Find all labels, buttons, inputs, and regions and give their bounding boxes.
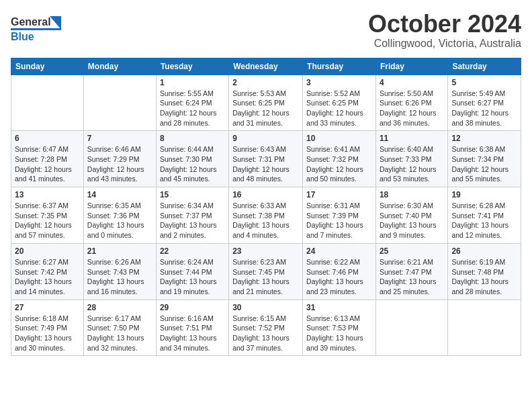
day-number: 27 [15, 303, 80, 312]
calendar-cell: 20 Sunrise: 6:27 AM Sunset: 7:42 PM Dayl… [11, 243, 84, 300]
calendar-cell: 28 Sunrise: 6:17 AM Sunset: 7:50 PM Dayl… [83, 300, 156, 356]
day-info: Sunrise: 6:13 AM Sunset: 7:53 PM Dayligh… [306, 314, 372, 353]
calendar-cell: 23 Sunrise: 6:23 AM Sunset: 7:45 PM Dayl… [229, 243, 303, 300]
calendar-week-row: 27 Sunrise: 6:18 AM Sunset: 7:49 PM Dayl… [11, 300, 521, 356]
day-info: Sunrise: 6:15 AM Sunset: 7:52 PM Dayligh… [232, 314, 299, 353]
logo: General Blue [11, 11, 63, 46]
day-info: Sunrise: 6:33 AM Sunset: 7:38 PM Dayligh… [232, 201, 299, 240]
day-info: Sunrise: 5:53 AM Sunset: 6:25 PM Dayligh… [232, 89, 299, 128]
calendar-cell: 10 Sunrise: 6:41 AM Sunset: 7:32 PM Dayl… [303, 131, 376, 187]
day-number: 11 [380, 134, 444, 143]
calendar-cell: 1 Sunrise: 5:55 AM Sunset: 6:24 PM Dayli… [156, 75, 228, 131]
weekday-header: Tuesday [156, 58, 228, 75]
day-number: 21 [87, 246, 152, 256]
day-number: 18 [380, 190, 444, 199]
day-info: Sunrise: 6:19 AM Sunset: 7:48 PM Dayligh… [451, 257, 517, 297]
calendar-cell: 21 Sunrise: 6:26 AM Sunset: 7:43 PM Dayl… [83, 243, 156, 300]
day-info: Sunrise: 6:17 AM Sunset: 7:50 PM Dayligh… [87, 314, 152, 353]
weekday-header: Thursday [303, 58, 376, 75]
day-info: Sunrise: 6:23 AM Sunset: 7:45 PM Dayligh… [232, 257, 299, 297]
svg-text:Blue: Blue [11, 31, 34, 42]
day-info: Sunrise: 6:43 AM Sunset: 7:31 PM Dayligh… [232, 144, 299, 184]
calendar-cell: 9 Sunrise: 6:43 AM Sunset: 7:31 PM Dayli… [229, 131, 303, 187]
day-info: Sunrise: 6:44 AM Sunset: 7:30 PM Dayligh… [160, 144, 225, 184]
calendar-cell: 17 Sunrise: 6:31 AM Sunset: 7:39 PM Dayl… [303, 187, 376, 244]
day-info: Sunrise: 5:49 AM Sunset: 6:27 PM Dayligh… [451, 89, 517, 128]
day-info: Sunrise: 6:18 AM Sunset: 7:49 PM Dayligh… [15, 314, 80, 353]
calendar-cell [83, 75, 156, 131]
calendar-cell: 18 Sunrise: 6:30 AM Sunset: 7:40 PM Dayl… [375, 187, 447, 244]
day-number: 20 [15, 246, 80, 256]
day-number: 16 [232, 190, 299, 199]
page-header: General Blue October 2024 Collingwood, V… [11, 11, 521, 50]
weekday-header: Sunday [11, 58, 84, 75]
day-number: 30 [232, 303, 299, 312]
day-info: Sunrise: 6:35 AM Sunset: 7:36 PM Dayligh… [87, 201, 152, 240]
day-number: 26 [451, 246, 517, 256]
svg-text:General: General [11, 16, 51, 28]
day-info: Sunrise: 6:16 AM Sunset: 7:51 PM Dayligh… [160, 314, 225, 353]
calendar-cell: 19 Sunrise: 6:28 AM Sunset: 7:41 PM Dayl… [448, 187, 521, 244]
calendar-cell [448, 300, 521, 356]
calendar-cell: 8 Sunrise: 6:44 AM Sunset: 7:30 PM Dayli… [156, 131, 228, 187]
day-number: 3 [306, 78, 372, 87]
weekday-header: Monday [83, 58, 156, 75]
calendar-cell: 4 Sunrise: 5:50 AM Sunset: 6:26 PM Dayli… [375, 75, 447, 131]
calendar-table: SundayMondayTuesdayWednesdayThursdayFrid… [11, 58, 521, 357]
calendar-cell: 3 Sunrise: 5:52 AM Sunset: 6:25 PM Dayli… [303, 75, 376, 131]
calendar-cell: 16 Sunrise: 6:33 AM Sunset: 7:38 PM Dayl… [229, 187, 303, 244]
day-number: 19 [451, 190, 517, 199]
day-number: 2 [232, 78, 299, 87]
calendar-cell: 25 Sunrise: 6:21 AM Sunset: 7:47 PM Dayl… [375, 243, 447, 300]
day-number: 29 [160, 303, 225, 312]
day-info: Sunrise: 6:34 AM Sunset: 7:37 PM Dayligh… [160, 201, 225, 240]
day-info: Sunrise: 6:30 AM Sunset: 7:40 PM Dayligh… [380, 201, 444, 240]
calendar-cell: 26 Sunrise: 6:19 AM Sunset: 7:48 PM Dayl… [448, 243, 521, 300]
day-number: 6 [15, 134, 80, 143]
day-info: Sunrise: 6:37 AM Sunset: 7:35 PM Dayligh… [15, 201, 80, 240]
day-number: 24 [306, 246, 372, 256]
day-number: 23 [232, 246, 299, 256]
day-number: 22 [160, 246, 225, 256]
title-area: October 2024 Collingwood, Victoria, Aust… [368, 11, 521, 50]
day-info: Sunrise: 6:22 AM Sunset: 7:46 PM Dayligh… [306, 257, 372, 297]
calendar-cell: 12 Sunrise: 6:38 AM Sunset: 7:34 PM Dayl… [448, 131, 521, 187]
calendar-cell: 31 Sunrise: 6:13 AM Sunset: 7:53 PM Dayl… [303, 300, 376, 356]
calendar-week-row: 1 Sunrise: 5:55 AM Sunset: 6:24 PM Dayli… [11, 75, 521, 131]
calendar-cell: 11 Sunrise: 6:40 AM Sunset: 7:33 PM Dayl… [375, 131, 447, 187]
calendar-week-row: 6 Sunrise: 6:47 AM Sunset: 7:28 PM Dayli… [11, 131, 521, 187]
day-info: Sunrise: 5:52 AM Sunset: 6:25 PM Dayligh… [306, 89, 372, 128]
calendar-cell: 6 Sunrise: 6:47 AM Sunset: 7:28 PM Dayli… [11, 131, 84, 187]
calendar-cell: 5 Sunrise: 5:49 AM Sunset: 6:27 PM Dayli… [448, 75, 521, 131]
calendar-cell: 24 Sunrise: 6:22 AM Sunset: 7:46 PM Dayl… [303, 243, 376, 300]
day-info: Sunrise: 6:47 AM Sunset: 7:28 PM Dayligh… [15, 144, 80, 184]
calendar-cell [11, 75, 84, 131]
weekday-header: Friday [375, 58, 447, 75]
day-number: 5 [451, 78, 517, 87]
day-info: Sunrise: 5:50 AM Sunset: 6:26 PM Dayligh… [380, 89, 444, 128]
day-number: 17 [306, 190, 372, 199]
calendar-cell: 22 Sunrise: 6:24 AM Sunset: 7:44 PM Dayl… [156, 243, 228, 300]
day-number: 8 [160, 134, 225, 143]
day-info: Sunrise: 6:40 AM Sunset: 7:33 PM Dayligh… [380, 144, 444, 184]
svg-rect-2 [11, 28, 61, 30]
calendar-cell: 15 Sunrise: 6:34 AM Sunset: 7:37 PM Dayl… [156, 187, 228, 244]
day-number: 12 [451, 134, 517, 143]
month-title: October 2024 [368, 11, 521, 38]
calendar-cell: 30 Sunrise: 6:15 AM Sunset: 7:52 PM Dayl… [229, 300, 303, 356]
day-number: 31 [306, 303, 372, 312]
calendar-cell: 7 Sunrise: 6:46 AM Sunset: 7:29 PM Dayli… [83, 131, 156, 187]
calendar-week-row: 20 Sunrise: 6:27 AM Sunset: 7:42 PM Dayl… [11, 243, 521, 300]
day-info: Sunrise: 6:21 AM Sunset: 7:47 PM Dayligh… [380, 257, 444, 297]
calendar-cell: 27 Sunrise: 6:18 AM Sunset: 7:49 PM Dayl… [11, 300, 84, 356]
day-info: Sunrise: 6:31 AM Sunset: 7:39 PM Dayligh… [306, 201, 372, 240]
logo-icon: General Blue [11, 11, 63, 46]
day-number: 28 [87, 303, 152, 312]
calendar-cell: 14 Sunrise: 6:35 AM Sunset: 7:36 PM Dayl… [83, 187, 156, 244]
day-number: 9 [232, 134, 299, 143]
day-info: Sunrise: 5:55 AM Sunset: 6:24 PM Dayligh… [160, 89, 225, 128]
day-info: Sunrise: 6:27 AM Sunset: 7:42 PM Dayligh… [15, 257, 80, 297]
calendar-cell: 29 Sunrise: 6:16 AM Sunset: 7:51 PM Dayl… [156, 300, 228, 356]
day-info: Sunrise: 6:38 AM Sunset: 7:34 PM Dayligh… [451, 144, 517, 184]
svg-marker-1 [50, 16, 61, 30]
